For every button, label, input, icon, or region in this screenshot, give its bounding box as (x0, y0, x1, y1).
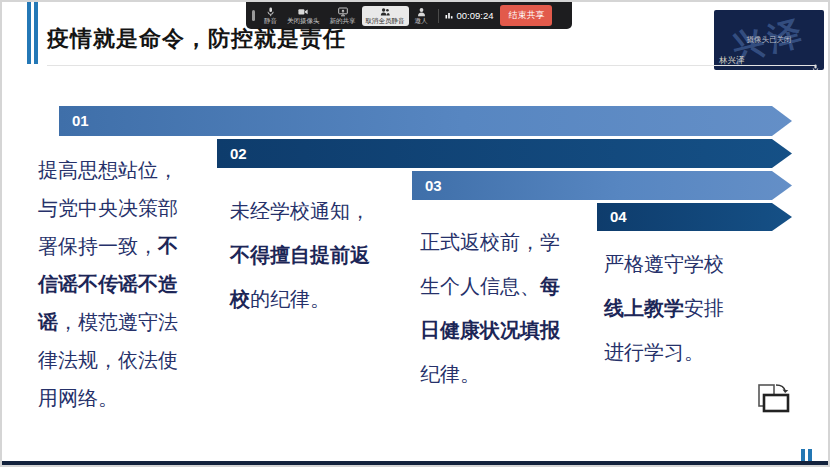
point-text-02: 未经学校通知，不得擅自提前返校的纪律。 (230, 189, 382, 321)
toolbar-button-people[interactable]: 取消全员静音 (362, 6, 409, 26)
toolbar-buttons: 静音关闭摄像头新的共享取消全员静音邀人 (260, 6, 432, 26)
drag-handle[interactable] (252, 10, 255, 21)
meeting-timer-value: 00:09:24 (457, 10, 494, 21)
microphone-icon (266, 7, 275, 17)
step-number-04: 04 (597, 203, 792, 231)
point-text-04: 严格遵守学校线上教学安排进行学习。 (604, 242, 734, 374)
person-icon (417, 7, 426, 17)
point-text-03: 正式返校前，学生个人信息、每日健康状况填报纪律。 (420, 220, 572, 396)
toolbar-divider (438, 9, 439, 23)
step-number-02: 02 (217, 139, 792, 168)
audio-signal-icon (445, 10, 454, 21)
step-banner-01: 01 (59, 106, 792, 136)
camera-icon (298, 7, 308, 17)
camera-off-status: 摄像头已关闭 (714, 35, 824, 45)
toolbar-button-camera[interactable]: 关闭摄像头 (283, 6, 324, 26)
step-banner-03: 03 (412, 171, 792, 200)
title-underline (47, 65, 815, 66)
share-screen-icon (338, 7, 348, 17)
toolbar-button-label: 邀人 (415, 17, 428, 25)
participant-video-tile[interactable]: 兴泽 摄像头已关闭 林兴泽 (714, 10, 824, 70)
step-banner-04: 04 (597, 203, 792, 231)
end-share-button[interactable]: 结束共享 (500, 5, 552, 26)
toolbar-button-person[interactable]: 邀人 (411, 6, 432, 26)
bottom-strip (2, 461, 828, 465)
screen-share-view: 静音关闭摄像头新的共享取消全员静音邀人 00:09:24 结束共享 兴泽 摄像头… (0, 0, 830, 467)
step-number-01: 01 (59, 106, 792, 136)
point-text-01: 提高思想站位，与党中央决策部署保持一致，不信谣不传谣不造谣，模范遵守法律法规，依… (38, 151, 190, 417)
toolbar-button-microphone[interactable]: 静音 (260, 6, 281, 26)
toolbar-button-label: 取消全员静音 (366, 17, 405, 25)
title-accent-bars (27, 2, 38, 64)
people-icon (380, 7, 390, 17)
step-banner-02: 02 (217, 139, 792, 168)
step-number-03: 03 (412, 171, 792, 200)
toolbar-button-share-screen[interactable]: 新的共享 (326, 6, 360, 26)
slide-title: 疫情就是命令，防控就是责任 (47, 24, 346, 54)
meeting-timer: 00:09:24 (445, 10, 494, 21)
rotate-screen-icon[interactable] (755, 381, 793, 415)
